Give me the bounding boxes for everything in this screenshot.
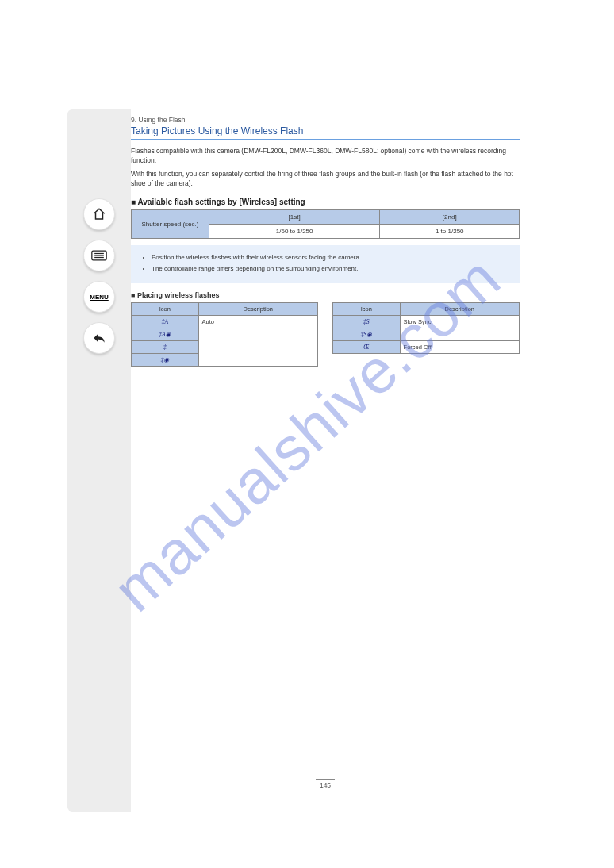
flash-icon-cell: ‡S◉ <box>333 328 401 341</box>
back-icon <box>91 332 107 344</box>
ss-cell-2nd: 1 to 1/250 <box>380 225 520 239</box>
flash-icon-cell: ‡ <box>132 341 199 354</box>
flash-table-right: Icon Description ‡S Slow Sync. ‡S◉ Œ For… <box>332 302 520 354</box>
flash-heading: ■ Placing wireless flashes <box>131 291 520 299</box>
ss-table-head-2nd: [2nd] <box>380 210 520 225</box>
contents-icon <box>91 250 107 261</box>
menu-button[interactable]: MENU <box>83 281 115 313</box>
flash-col-right: Icon Description ‡S Slow Sync. ‡S◉ Œ For… <box>332 302 520 367</box>
shutter-speed-table: Shutter speed (sec.) [1st] [2nd] 1/60 to… <box>131 209 520 239</box>
home-icon <box>92 207 106 221</box>
flash-desc-merged: Auto <box>198 316 317 367</box>
flash-icon-cell: Œ <box>333 341 401 354</box>
back-button[interactable] <box>83 322 115 354</box>
flash-desc: Slow Sync. <box>404 318 433 325</box>
menu-label: MENU <box>90 294 109 301</box>
home-button[interactable] <box>83 198 115 230</box>
page-number: 145 <box>316 779 335 789</box>
ss-table-corner: Shutter speed (sec.) <box>132 210 209 239</box>
shutter-heading: ■ Available flash settings by [Wireless]… <box>131 198 520 206</box>
sidebar: MENU <box>67 109 131 812</box>
flash-icon-cell: ‡◉ <box>132 354 199 367</box>
title-divider <box>131 139 520 140</box>
flash-right-head-desc: Description <box>400 303 519 316</box>
flash-icon-cell: ‡A <box>132 316 199 328</box>
note-item: Position the wireless flashes with their… <box>152 253 510 263</box>
flash-left-head-desc: Description <box>198 303 317 316</box>
flash-table-left: Icon Description ‡A Auto ‡A◉ ‡ ‡◉ <box>131 302 318 367</box>
contents-button[interactable] <box>83 240 115 271</box>
page-title: Taking Pictures Using the Wireless Flash <box>131 125 520 136</box>
flash-icon-cell: ‡S <box>333 316 401 328</box>
ss-cell-1st: 1/60 to 1/250 <box>209 225 380 239</box>
flash-right-head-icon: Icon <box>333 303 401 316</box>
flash-columns: Icon Description ‡A Auto ‡A◉ ‡ ‡◉ Icon D… <box>131 302 520 367</box>
flash-col-left: Icon Description ‡A Auto ‡A◉ ‡ ‡◉ <box>131 302 318 367</box>
flash-desc-cell: Forced Off <box>400 341 519 354</box>
flash-icon-cell: ‡A◉ <box>132 328 199 341</box>
intro-text: Flashes compatible with this camera (DMW… <box>131 146 520 166</box>
flash-left-head-icon: Icon <box>132 303 199 316</box>
flash-desc: Auto <box>202 318 214 325</box>
breadcrumb: 9. Using the Flash <box>131 116 520 124</box>
flash-desc-merged: Slow Sync. <box>400 316 519 341</box>
ss-table-head-1st: [1st] <box>209 210 380 225</box>
main-content: 9. Using the Flash Taking Pictures Using… <box>131 109 520 812</box>
note-box: Position the wireless flashes with their… <box>131 245 520 283</box>
compat-text: With this function, you can separately c… <box>131 169 520 189</box>
note-item: The controllable range differs depending… <box>152 264 510 274</box>
